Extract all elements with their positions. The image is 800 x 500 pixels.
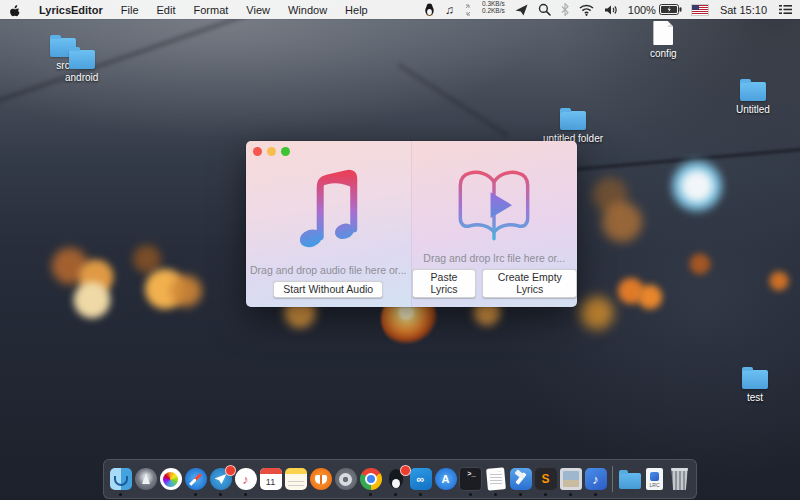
apple-menu[interactable]: [0, 0, 30, 19]
sublime-text-glyph: S: [541, 472, 549, 486]
dock-trash-icon[interactable]: [668, 466, 691, 492]
volume-icon[interactable]: [599, 0, 623, 19]
photos-icon: [160, 468, 182, 490]
dock-app-store-icon[interactable]: A: [434, 466, 457, 492]
desktop-icon-untitled-folder[interactable]: untitled folder: [543, 111, 603, 144]
paste-lyrics-button[interactable]: Paste Lyrics: [412, 269, 477, 298]
dock-textedit-icon[interactable]: [484, 466, 507, 492]
dock-system-preferences-icon[interactable]: [334, 466, 357, 492]
network-speed[interactable]: 0.3KB/s 0.2KB/s: [477, 0, 510, 19]
lrc-file-glyph: LRC: [649, 482, 659, 488]
minimize-button[interactable]: [267, 147, 276, 156]
running-indicator: [219, 493, 222, 496]
icon-label: config: [650, 48, 677, 59]
wire-decor: [0, 10, 258, 105]
app-menu-title[interactable]: LyricsEditor: [30, 0, 112, 19]
bokeh-light: [668, 157, 726, 215]
desktop-icon-test[interactable]: test: [742, 370, 768, 403]
running-indicator: [394, 493, 397, 496]
menu-help[interactable]: Help: [336, 0, 377, 19]
dock-ibooks-icon[interactable]: [309, 466, 332, 492]
dock-notes-icon[interactable]: [284, 466, 307, 492]
dock-chrome-icon[interactable]: [359, 466, 382, 492]
dock-xcode-icon[interactable]: [509, 466, 532, 492]
qq-icon: [385, 468, 407, 490]
start-without-audio-button[interactable]: Start Without Audio: [273, 281, 383, 298]
audio-drop-hint: Drag and drop audio file here or...: [250, 264, 406, 276]
close-button[interactable]: [253, 147, 262, 156]
running-indicator: [369, 493, 372, 496]
dock-lyricseditor-icon[interactable]: ♪: [584, 466, 607, 492]
apple-logo-icon: [9, 3, 21, 17]
lyrics-drop-zone[interactable]: Drag and drop lrc file here or... Paste …: [412, 141, 578, 307]
bokeh-light: [578, 294, 616, 332]
zoom-button[interactable]: [281, 147, 290, 156]
spotlight-icon[interactable]: [533, 0, 556, 19]
xcode-icon: [510, 468, 532, 490]
dock-qq-icon[interactable]: [384, 466, 407, 492]
battery-indicator[interactable]: 100%: [623, 0, 687, 19]
ibooks-icon: [310, 468, 332, 490]
penguin-icon[interactable]: [419, 0, 440, 19]
lyricseditor-window: Drag and drop audio file here or... Star…: [246, 141, 577, 307]
menu-view[interactable]: View: [237, 0, 279, 19]
menu-file[interactable]: File: [112, 0, 148, 19]
launchpad-icon: [135, 468, 157, 490]
itunes-icon: ♪: [235, 468, 257, 490]
safari-icon: [185, 468, 207, 490]
wire-decor: [397, 63, 508, 137]
dock-safari-icon[interactable]: [184, 466, 207, 492]
updown-arrows-icon[interactable]: [459, 0, 477, 19]
finder-icon: [110, 468, 132, 490]
bokeh-light: [636, 283, 664, 311]
audio-drop-zone[interactable]: Drag and drop audio file here or... Star…: [246, 141, 412, 307]
terminal-icon: >_: [459, 467, 482, 491]
dock-sublime-text-icon[interactable]: S: [534, 466, 557, 492]
menu-window[interactable]: Window: [279, 0, 336, 19]
send-plane-icon[interactable]: [510, 0, 533, 19]
app-store-icon: A: [435, 468, 457, 490]
dock-lrc-file-icon[interactable]: LRC: [643, 466, 666, 492]
dock-folder-icon[interactable]: [618, 466, 641, 492]
dock-separator: [612, 466, 613, 492]
textedit-icon: [486, 467, 506, 490]
dock-photos-icon[interactable]: [159, 466, 182, 492]
menu-format[interactable]: Format: [184, 0, 237, 19]
dock-itunes-icon[interactable]: ♪: [234, 466, 257, 492]
wifi-icon[interactable]: [574, 0, 599, 19]
create-empty-lyrics-button[interactable]: Create Empty Lyrics: [482, 269, 577, 298]
open-book-play-icon: [450, 168, 538, 244]
bokeh-light: [688, 252, 712, 276]
dock-calendar-icon[interactable]: 11: [259, 466, 282, 492]
terminal-glyph: >_: [467, 470, 475, 478]
us-flag-icon: [692, 5, 708, 15]
menu-clock[interactable]: Sat 15:10: [713, 0, 774, 19]
desktop-screen: LyricsEditor File Edit Format View Windo…: [0, 0, 800, 500]
bokeh-light: [71, 279, 113, 321]
dock-vscode-icon[interactable]: ∞: [409, 466, 432, 492]
icon-label: android: [65, 72, 98, 83]
dock-mail-icon[interactable]: [559, 466, 582, 492]
dock-terminal-icon[interactable]: >_: [459, 466, 482, 492]
desktop-icon-android[interactable]: android: [65, 50, 98, 83]
desktop-icon-config[interactable]: config: [650, 21, 677, 59]
menu-bar: LyricsEditor File Edit Format View Windo…: [0, 0, 800, 19]
notification-list-icon[interactable]: [774, 0, 800, 19]
desktop-icon-untitled[interactable]: Untitled: [736, 82, 770, 115]
dock-launchpad-icon[interactable]: [134, 466, 157, 492]
dock-telegram-icon[interactable]: [209, 466, 232, 492]
keyboard-layout-flag[interactable]: [687, 0, 713, 19]
icon-label: Untitled: [736, 104, 770, 115]
running-indicator: [469, 493, 472, 496]
dock: ♪11∞A>_S♪LRC: [103, 459, 697, 499]
menu-edit[interactable]: Edit: [148, 0, 185, 19]
music-note-icon[interactable]: ♫: [440, 0, 459, 19]
dock-finder-icon[interactable]: [109, 466, 132, 492]
lyrics-drop-hint: Drag and drop lrc file here or...: [423, 252, 565, 264]
folder-icon: [619, 473, 641, 489]
running-indicator: [194, 493, 197, 496]
battery-icon: [659, 4, 682, 15]
trash-icon: [669, 468, 691, 490]
folder-icon: [742, 370, 768, 389]
bluetooth-icon[interactable]: [556, 0, 574, 19]
